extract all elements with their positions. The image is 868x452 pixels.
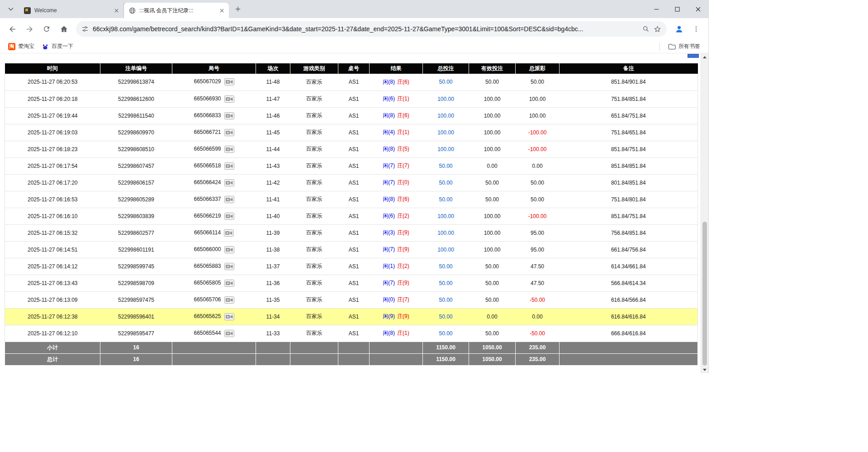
video-replay-icon[interactable] xyxy=(224,280,234,287)
video-replay-icon[interactable] xyxy=(224,95,234,103)
cell-game-type: 百家乐 xyxy=(290,325,338,342)
scrollbar-thumb[interactable] xyxy=(702,222,707,366)
video-replay-icon[interactable] xyxy=(224,112,234,119)
bet-amount-link[interactable]: 50.00 xyxy=(439,163,452,169)
bookmark-star-icon[interactable] xyxy=(654,25,661,33)
table-footer: 小计 16 1150.00 1050.00 235.00 总计 16 xyxy=(5,342,698,365)
cell-table-no: AS1 xyxy=(338,241,370,258)
result-banker: 庄(0) xyxy=(397,179,409,186)
result-banker: 庄(2) xyxy=(397,213,409,219)
tab-close-icon[interactable] xyxy=(113,7,120,14)
bet-amount-link[interactable]: 50.00 xyxy=(439,297,452,303)
all-bookmarks[interactable]: 所有书签 xyxy=(664,41,704,52)
scroll-up-icon[interactable] xyxy=(701,53,708,61)
video-replay-icon[interactable] xyxy=(224,330,234,337)
cell-note: 616.84/616.84 xyxy=(560,308,698,325)
cell-result: 闲(6)庄(2) xyxy=(370,208,423,224)
cell-valid-bet: 100.00 xyxy=(469,141,516,157)
table-row: 2025-11-27 06:16:10 522998603839 6650662… xyxy=(5,208,698,224)
bet-amount-link[interactable]: 50.00 xyxy=(439,314,452,320)
tab-title: Welcome xyxy=(34,7,109,14)
close-button-icon[interactable] xyxy=(688,0,708,18)
bet-amount-link[interactable]: 50.00 xyxy=(439,280,452,286)
menu-kebab-icon[interactable] xyxy=(688,21,704,37)
cell-valid-bet: 100.00 xyxy=(469,107,516,124)
cell-round: 665066833 xyxy=(172,107,256,124)
tab-close-icon[interactable] xyxy=(218,7,225,14)
cell-valid-bet: 100.00 xyxy=(469,124,516,141)
cell-valid-bet: 50.00 xyxy=(469,174,516,191)
cell-table-no: AS1 xyxy=(338,275,370,291)
bet-amount-link[interactable]: 50.00 xyxy=(439,196,452,203)
video-replay-icon[interactable] xyxy=(224,246,234,253)
home-icon[interactable] xyxy=(56,21,71,37)
maximize-button-icon[interactable] xyxy=(667,0,688,18)
bet-amount-link[interactable]: 100.00 xyxy=(437,113,454,119)
vertical-scrollbar[interactable] xyxy=(701,53,708,373)
cell-round: 665066930 xyxy=(172,90,256,107)
profile-avatar-icon[interactable] xyxy=(671,21,687,37)
video-replay-icon[interactable] xyxy=(224,263,234,270)
bookmark-taobao[interactable]: 淘 爱淘宝 xyxy=(5,41,38,52)
bet-amount-link[interactable]: 100.00 xyxy=(437,146,454,152)
video-replay-icon[interactable] xyxy=(224,129,234,136)
new-tab-icon[interactable] xyxy=(232,3,244,15)
records-tbody: 2025-11-27 06:20:53 522998613874 6650670… xyxy=(5,74,698,342)
result-banker: 庄(5) xyxy=(397,146,409,152)
cell-payout: 50.00 xyxy=(516,174,560,191)
result-player: 闲(8) xyxy=(383,196,395,202)
tab-search-chevron-icon[interactable] xyxy=(5,3,17,15)
bet-amount-link[interactable]: 100.00 xyxy=(437,230,454,236)
cell-session: 11-34 xyxy=(256,308,290,325)
zoom-icon[interactable] xyxy=(642,25,650,33)
cell-note: 851.84/901.84 xyxy=(560,74,698,90)
bet-amount-link[interactable]: 50.00 xyxy=(439,79,452,85)
bet-amount-link[interactable]: 50.00 xyxy=(439,180,452,186)
url-text[interactable]: 66cxkj98.com/game/betrecord_search/kind3… xyxy=(93,25,638,33)
cell-time: 2025-11-27 06:16:53 xyxy=(5,191,100,208)
url-bar[interactable]: 66cxkj98.com/game/betrecord_search/kind3… xyxy=(76,21,667,37)
scroll-down-icon[interactable] xyxy=(701,366,708,373)
video-replay-icon[interactable] xyxy=(224,78,234,86)
navigation-bar: 66cxkj98.com/game/betrecord_search/kind3… xyxy=(0,18,708,40)
video-replay-icon[interactable] xyxy=(224,162,234,170)
bet-amount-link[interactable]: 100.00 xyxy=(437,129,454,136)
partial-search-button[interactable] xyxy=(688,54,699,58)
video-replay-icon[interactable] xyxy=(224,229,234,237)
video-replay-icon[interactable] xyxy=(224,296,234,304)
tab-welcome[interactable]: Welcome xyxy=(19,3,124,18)
cell-result: 闲(9)庄(9) xyxy=(370,308,423,325)
cell-total-bet: 50.00 xyxy=(423,74,469,90)
bet-amount-link[interactable]: 50.00 xyxy=(439,263,452,270)
minimize-button-icon[interactable] xyxy=(646,0,667,18)
video-replay-icon[interactable] xyxy=(224,196,234,203)
bookmark-baidu[interactable]: 百度一下 xyxy=(38,41,77,52)
bet-amount-link[interactable]: 100.00 xyxy=(437,96,454,102)
video-replay-icon[interactable] xyxy=(224,213,234,220)
round-number: 665066424 xyxy=(194,179,221,186)
round-number: 665066599 xyxy=(194,146,221,152)
forward-icon[interactable] xyxy=(22,21,37,37)
bet-amount-link[interactable]: 50.00 xyxy=(439,330,452,337)
subtotal-valid-bet: 1050.00 xyxy=(469,342,516,353)
cell-round: 665066518 xyxy=(172,157,256,174)
result-player: 闲(6) xyxy=(383,213,395,219)
round-number: 665066114 xyxy=(194,229,221,236)
video-replay-icon[interactable] xyxy=(224,179,234,186)
cell-round: 665066599 xyxy=(172,141,256,157)
subtotal-label: 小计 xyxy=(5,342,100,353)
cell-round: 665066721 xyxy=(172,124,256,141)
bet-amount-link[interactable]: 100.00 xyxy=(437,247,454,253)
cell-game-type: 百家乐 xyxy=(290,124,338,141)
cell-note: 851.84/751.84 xyxy=(560,141,698,157)
site-info-icon[interactable] xyxy=(81,25,89,33)
cell-note: 616.84/566.84 xyxy=(560,291,698,308)
tab-bet-records[interactable]: :::视讯 会员下注纪录::: xyxy=(124,3,229,18)
cell-note: 851.84/751.84 xyxy=(560,208,698,224)
back-icon[interactable] xyxy=(5,21,20,37)
video-replay-icon[interactable] xyxy=(224,146,234,153)
video-replay-icon[interactable] xyxy=(224,313,234,320)
bet-amount-link[interactable]: 100.00 xyxy=(437,213,454,219)
round-number: 665065805 xyxy=(194,280,221,286)
reload-icon[interactable] xyxy=(39,21,54,37)
